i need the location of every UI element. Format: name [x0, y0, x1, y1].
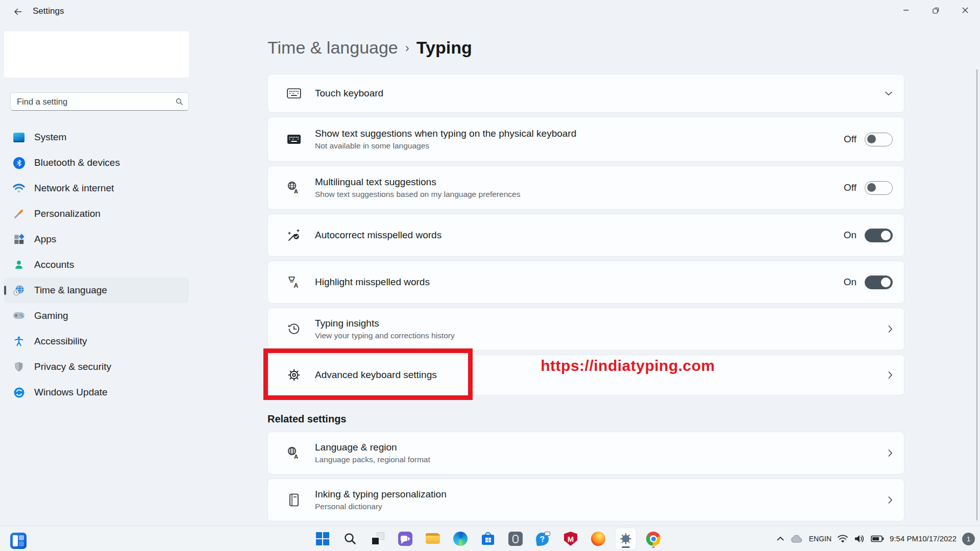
- firefox-icon: [591, 532, 605, 546]
- row-autocorrect[interactable]: Autocorrect misspelled words On: [267, 214, 904, 257]
- settings-icon: [619, 532, 633, 546]
- personalization-icon: [12, 207, 26, 220]
- bluetooth-icon: [12, 156, 26, 169]
- search-placeholder: Find a setting: [17, 97, 175, 107]
- help-mail-button[interactable]: ?: [533, 528, 553, 549]
- scrollbar[interactable]: [976, 69, 978, 520]
- toggle-state-label: Off: [844, 182, 856, 193]
- physical-keyboard-suggestions-toggle[interactable]: [865, 133, 893, 146]
- row-title: Show text suggestions when typing on the…: [315, 128, 844, 139]
- chevron-down-icon[interactable]: [885, 91, 893, 96]
- row-subtitle: Language packs, regional format: [315, 455, 888, 464]
- row-physical-keyboard-suggestions[interactable]: Show text suggestions when typing on the…: [267, 117, 904, 162]
- back-button[interactable]: [9, 5, 27, 18]
- breadcrumb: Time & language › Typing: [267, 38, 472, 58]
- minimize-button[interactable]: [891, 0, 921, 20]
- language-line1: ENG: [809, 535, 824, 543]
- back-arrow-icon: [13, 8, 22, 16]
- touch-keyboard-icon: [286, 86, 302, 101]
- minimize-icon: [903, 7, 909, 13]
- onedrive-tray-button[interactable]: [790, 534, 803, 544]
- breadcrumb-parent[interactable]: Time & language: [267, 38, 398, 58]
- file-explorer-button[interactable]: [423, 528, 443, 549]
- row-typing-insights[interactable]: Typing insights View your typing and cor…: [267, 308, 904, 350]
- sidebar-item-bluetooth-devices[interactable]: Bluetooth & devices: [4, 150, 189, 176]
- widgets-button[interactable]: [8, 530, 29, 551]
- start-button[interactable]: [312, 528, 333, 549]
- titlebar: Settings: [0, 0, 980, 22]
- toggle-state-label: On: [844, 230, 856, 241]
- sidebar-item-personalization[interactable]: Personalization: [4, 201, 189, 227]
- accessibility-icon: [12, 335, 26, 348]
- battery-icon: [871, 535, 884, 542]
- time-language-icon: [12, 284, 26, 297]
- firefox-button[interactable]: [588, 528, 608, 549]
- mcafee-icon: M: [564, 532, 577, 546]
- system-icon: [12, 131, 26, 144]
- notification-badge[interactable]: 1: [962, 533, 975, 545]
- row-touch-keyboard[interactable]: Touch keyboard: [267, 74, 904, 113]
- store-button[interactable]: [478, 528, 498, 549]
- task-view-button[interactable]: [368, 528, 388, 549]
- sidebar: Find a setting System Bluetooth & device…: [0, 22, 225, 525]
- wifi-tray-button[interactable]: [837, 534, 848, 543]
- chevron-up-icon: [776, 536, 785, 541]
- multilingual-icon: A: [286, 180, 302, 195]
- language-line2: IN: [824, 535, 831, 543]
- row-language-region[interactable]: A Language & region Language packs, regi…: [267, 432, 904, 474]
- close-button[interactable]: [950, 0, 980, 20]
- related-settings-header: Related settings: [267, 413, 346, 425]
- row-highlight-misspelled[interactable]: A Highlight misspelled words On: [267, 261, 904, 304]
- apps-icon: [12, 233, 26, 246]
- tray-overflow-button[interactable]: [776, 536, 785, 541]
- speaker-icon: [854, 534, 865, 543]
- tray-date: 10/17/2022: [918, 534, 957, 543]
- network-icon: [12, 182, 26, 195]
- edge-button[interactable]: [450, 528, 471, 549]
- row-title: Typing insights: [315, 318, 888, 329]
- row-inking-typing-personalization[interactable]: Inking & typing personalization Personal…: [267, 479, 904, 521]
- search-input[interactable]: Find a setting: [10, 92, 189, 111]
- sidebar-item-time-language[interactable]: Time & language: [4, 278, 189, 303]
- restore-button[interactable]: [921, 0, 950, 20]
- windows-update-icon: [12, 386, 26, 399]
- toggle-state-label: On: [844, 277, 856, 288]
- dark-app-icon: [508, 532, 523, 546]
- row-subtitle: Personal dictionary: [315, 502, 888, 511]
- cloud-icon: [790, 534, 803, 544]
- accounts-icon: [12, 258, 26, 271]
- mcafee-button[interactable]: M: [560, 528, 581, 549]
- highlight-icon: A: [286, 274, 302, 290]
- sidebar-item-privacy-security[interactable]: Privacy & security: [4, 354, 189, 380]
- autocorrect-toggle[interactable]: [865, 229, 893, 242]
- svg-text:A: A: [294, 282, 299, 289]
- sidebar-item-windows-update[interactable]: Windows Update: [4, 380, 189, 405]
- search-button[interactable]: [340, 528, 360, 549]
- chrome-button[interactable]: [643, 528, 664, 549]
- tray-time: 9:54 PM: [890, 534, 918, 543]
- help-mail-icon: ?: [536, 532, 550, 546]
- svg-text:A: A: [294, 188, 298, 194]
- sidebar-item-gaming[interactable]: Gaming: [4, 303, 189, 329]
- multilingual-suggestions-toggle[interactable]: [865, 181, 893, 195]
- battery-tray-button[interactable]: [871, 535, 884, 542]
- page-title: Typing: [416, 38, 472, 58]
- volume-tray-button[interactable]: [854, 534, 865, 543]
- sidebar-item-accounts[interactable]: Accounts: [4, 252, 189, 278]
- chevron-right-icon: [888, 449, 893, 457]
- sidebar-item-apps[interactable]: Apps: [4, 227, 189, 252]
- window-title: Settings: [33, 6, 64, 16]
- row-title: Touch keyboard: [315, 88, 885, 99]
- sidebar-item-accessibility[interactable]: Accessibility: [4, 329, 189, 354]
- row-multilingual-suggestions[interactable]: A Multilingual text suggestions Show tex…: [267, 166, 904, 210]
- sidebar-item-system[interactable]: System: [4, 124, 189, 150]
- chat-button[interactable]: [395, 528, 415, 549]
- highlight-misspelled-toggle[interactable]: [865, 276, 893, 289]
- file-explorer-icon: [425, 532, 440, 545]
- settings-taskbar-button[interactable]: [616, 528, 636, 549]
- language-indicator[interactable]: ENG IN: [809, 535, 831, 543]
- sidebar-item-network-internet[interactable]: Network & internet: [4, 176, 189, 201]
- dark-app-button[interactable]: [505, 528, 526, 549]
- row-title: Multilingual text suggestions: [315, 177, 844, 188]
- clock[interactable]: 9:54 PM 10/17/2022: [890, 534, 957, 543]
